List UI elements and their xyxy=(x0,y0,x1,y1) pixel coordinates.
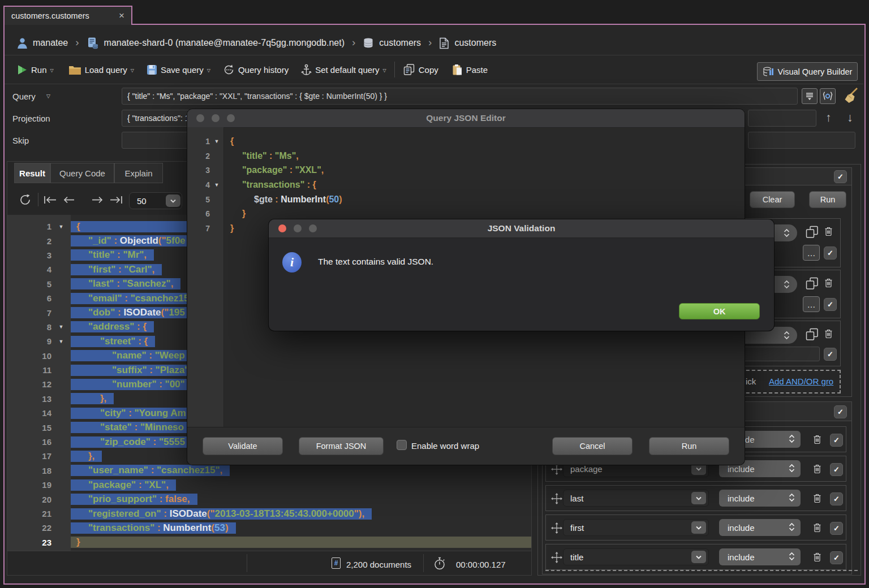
fold-toggle-icon[interactable]: ▼ xyxy=(51,324,71,330)
move-up-icon[interactable]: ↑ xyxy=(825,111,832,124)
zoom-traffic-light[interactable] xyxy=(227,114,235,122)
duplicate-icon[interactable] xyxy=(805,225,819,241)
floppy-icon xyxy=(147,64,157,75)
chevron-right-icon: › xyxy=(73,36,81,50)
refresh-icon[interactable] xyxy=(18,193,32,207)
visual-query-builder-button[interactable]: Visual Query Builder xyxy=(757,62,858,81)
trash-icon[interactable] xyxy=(813,494,821,505)
document-tab[interactable]: customers.customers × xyxy=(3,6,132,25)
line-number: 4 xyxy=(187,180,210,189)
include-select[interactable]: include xyxy=(719,519,801,536)
dialog-title: JSON Validation xyxy=(269,219,774,237)
set-default-query-button[interactable]: Set default query ▽ xyxy=(301,64,386,76)
breadcrumb-database[interactable]: customers xyxy=(379,38,421,48)
save-query-button[interactable]: Save query ▽ xyxy=(147,64,210,75)
query-format-button[interactable] xyxy=(802,88,818,104)
add-and-or-group-link[interactable]: Add AND/OR gro xyxy=(769,377,833,386)
modal-cancel-button[interactable]: Cancel xyxy=(552,437,633,455)
condition-checkbox[interactable]: ✓ xyxy=(824,348,837,361)
projection-section-checkbox[interactable]: ✓ xyxy=(834,405,847,418)
trash-icon[interactable] xyxy=(813,435,821,447)
close-traffic-light[interactable] xyxy=(196,114,204,122)
drag-handle-icon[interactable] xyxy=(550,463,563,478)
breadcrumb-collection[interactable]: customers xyxy=(454,38,496,48)
breadcrumb-server[interactable]: manatee-shard-0 (manatee@manatee-7q5gg.m… xyxy=(104,38,345,48)
fold-toggle-icon[interactable]: ▼ xyxy=(210,139,223,144)
chevron-down-icon xyxy=(691,521,706,534)
field-select[interactable]: last xyxy=(563,490,709,507)
query-json-editor-button[interactable] xyxy=(820,88,836,104)
fold-toggle-icon[interactable]: ▼ xyxy=(51,224,71,230)
ellipsis-button[interactable]: … xyxy=(803,296,820,312)
fold-toggle-icon[interactable]: ▼ xyxy=(210,182,223,188)
run-button[interactable]: Run ▽ xyxy=(17,64,54,75)
paste-button[interactable]: Paste xyxy=(452,64,488,76)
line-number: 21 xyxy=(7,509,51,518)
query-history-button[interactable]: Query history xyxy=(223,64,289,76)
duplicate-icon[interactable] xyxy=(805,276,819,293)
format-json-button[interactable]: Format JSON xyxy=(299,437,384,455)
condition-checkbox[interactable]: ✓ xyxy=(824,247,837,260)
query-section-checkbox[interactable]: ✓ xyxy=(834,170,847,183)
sort-input[interactable] xyxy=(748,110,816,127)
projection-row-checkbox[interactable]: ✓ xyxy=(830,434,843,447)
clear-broom-icon[interactable] xyxy=(841,87,859,105)
code-line: 5$gte : NumberInt(50) xyxy=(187,192,745,207)
trash-icon[interactable] xyxy=(824,227,833,239)
projection-row-checkbox[interactable]: ✓ xyxy=(830,463,843,476)
minimize-traffic-light[interactable] xyxy=(212,114,220,122)
projection-dropzone[interactable] xyxy=(545,570,858,571)
include-select[interactable]: include xyxy=(719,548,801,565)
fold-toggle-icon[interactable]: ▼ xyxy=(51,339,71,344)
trash-icon[interactable] xyxy=(824,278,833,290)
ok-button[interactable]: OK xyxy=(679,303,760,319)
trash-icon[interactable] xyxy=(813,523,821,535)
duplicate-icon[interactable] xyxy=(805,327,819,344)
chevron-down-icon: ▽ xyxy=(50,67,54,73)
last-page-icon[interactable] xyxy=(109,195,123,205)
limit-input[interactable] xyxy=(748,132,855,149)
zoom-traffic-light[interactable] xyxy=(309,224,317,232)
trash-icon[interactable] xyxy=(813,464,821,476)
tab-result[interactable]: Result xyxy=(14,163,50,183)
projection-row-checkbox[interactable]: ✓ xyxy=(830,522,843,535)
tab-explain[interactable]: Explain xyxy=(114,163,163,183)
load-query-button[interactable]: Load query ▽ xyxy=(68,64,134,75)
page-size-select[interactable]: 50 xyxy=(129,192,182,209)
move-down-icon[interactable]: ↓ xyxy=(847,111,853,124)
tab-close-icon[interactable]: × xyxy=(119,10,124,21)
line-number: 2 xyxy=(187,152,210,161)
drag-handle-icon[interactable] xyxy=(550,522,563,537)
builder-run-button[interactable]: Run xyxy=(809,191,846,208)
copy-button[interactable]: Copy xyxy=(403,63,438,76)
line-number: 20 xyxy=(7,495,51,504)
ellipsis-button[interactable]: … xyxy=(803,245,820,261)
next-page-icon[interactable] xyxy=(91,195,104,205)
code-text: $gte : NumberInt(50) xyxy=(223,194,342,205)
modal-run-button[interactable]: Run xyxy=(649,437,729,455)
builder-clear-button[interactable]: Clear xyxy=(750,191,795,208)
field-select[interactable]: title xyxy=(563,548,709,565)
breadcrumb-user[interactable]: manatee xyxy=(33,38,68,48)
include-select[interactable]: include xyxy=(719,490,801,507)
query-label-caret-icon[interactable]: ▽ xyxy=(46,93,50,99)
drag-handle-icon[interactable] xyxy=(550,551,563,566)
paste-icon xyxy=(452,64,463,76)
code-text: "street" : { xyxy=(71,336,155,347)
minimize-traffic-light[interactable] xyxy=(294,224,302,232)
validate-button[interactable]: Validate xyxy=(203,437,283,455)
projection-row-checkbox[interactable]: ✓ xyxy=(830,492,843,505)
tab-query-code[interactable]: Query Code xyxy=(50,163,114,183)
condition-checkbox[interactable]: ✓ xyxy=(824,298,837,311)
document-count-icon: # xyxy=(332,557,341,569)
close-traffic-light[interactable] xyxy=(278,224,286,232)
field-select[interactable]: first xyxy=(563,519,709,536)
trash-icon[interactable] xyxy=(824,329,833,341)
word-wrap-checkbox[interactable] xyxy=(397,440,407,450)
projection-row-checkbox[interactable]: ✓ xyxy=(830,551,843,564)
first-page-icon[interactable] xyxy=(43,195,58,205)
prev-page-icon[interactable] xyxy=(62,195,76,205)
drag-handle-icon[interactable] xyxy=(550,492,563,507)
trash-icon[interactable] xyxy=(813,552,821,564)
query-input[interactable]: { "title" : "Ms", "package" : "XXL", "tr… xyxy=(122,88,798,105)
